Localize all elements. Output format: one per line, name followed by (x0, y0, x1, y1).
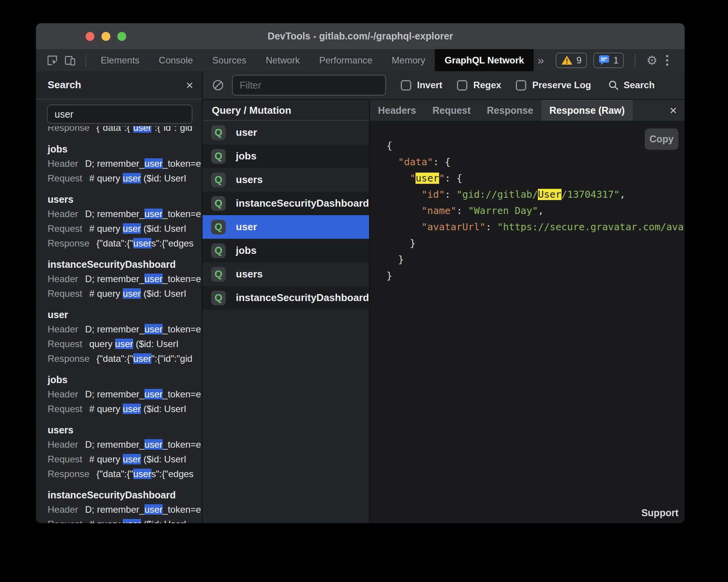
result-line-label: Header (48, 158, 78, 169)
checkbox-box-regex[interactable] (457, 80, 467, 91)
checkbox-invert[interactable]: Invert (401, 80, 442, 91)
search-result-line: Request# query user ($id: UserI (48, 402, 202, 416)
result-line-label: Header (48, 209, 78, 219)
tab-console[interactable]: Console (149, 49, 203, 71)
result-line-value: D; remember_user_token=e (85, 439, 201, 450)
main-area: Search × Response{"data":{"user":{"id":"… (36, 71, 685, 523)
result-line-label: Request (48, 288, 82, 299)
result-line-label: Request (48, 339, 82, 349)
search-result-group[interactable]: instanceSecurityDashboardHeaderD; rememb… (48, 488, 202, 523)
network-area: InvertRegexPreserve Log Search Query / M… (203, 71, 685, 523)
json-line: "name": "Warren Day", (386, 203, 685, 219)
checkbox-label-invert: Invert (417, 80, 442, 91)
query-item-label: instanceSecurityDashboard (236, 292, 369, 304)
tab-performance[interactable]: Performance (309, 49, 382, 71)
issues-badge[interactable]: 1 (593, 53, 624, 68)
search-result-line: HeaderD; remember_user_token=e (48, 272, 202, 286)
minimize-window-button[interactable] (101, 32, 110, 41)
zoom-window-button[interactable] (117, 32, 126, 41)
device-toolbar-icon[interactable] (63, 53, 77, 67)
tab-elements[interactable]: Elements (91, 49, 149, 71)
warning-triangle-icon (561, 55, 573, 65)
close-window-button[interactable] (86, 32, 94, 41)
devtools-window: DevTools - gitlab.com/-/graphql-explorer… (36, 23, 685, 523)
query-item-label: user (236, 221, 257, 233)
support-link[interactable]: Support (641, 507, 678, 519)
search-result-line: Response{"data":{"user":{"id":"gid (48, 351, 202, 366)
tab-network[interactable]: Network (256, 49, 309, 71)
split-row: Query / Mutation QuserQjobsQusersQinstan… (203, 100, 685, 523)
query-item-label: instanceSecurityDashboard (236, 197, 369, 209)
search-panel-header: Search × (36, 71, 202, 99)
response-tab-headers[interactable]: Headers (370, 100, 424, 121)
window-title: DevTools - gitlab.com/-/graphql-explorer (36, 23, 685, 49)
query-item-label: jobs (236, 150, 256, 162)
json-line: "data": { (386, 154, 685, 170)
panel-tabs: ElementsConsoleSourcesNetworkPerformance… (91, 49, 534, 71)
search-result-line: Response{"data":{"users":{"edges (48, 467, 202, 481)
query-list-item-user[interactable]: Quser (203, 215, 369, 239)
search-result-group[interactable]: usersHeaderD; remember_user_token=eReque… (48, 423, 202, 481)
checkbox-box-preserve-log[interactable] (516, 80, 526, 91)
clear-icon[interactable] (212, 79, 224, 91)
result-line-label: Header (48, 389, 78, 399)
tab-memory[interactable]: Memory (382, 49, 435, 71)
search-result-group[interactable]: jobsHeaderD; remember_user_token=eReques… (48, 372, 202, 416)
result-line-value: {"data":{"users":{"edges (96, 238, 194, 248)
result-line-value: D; remember_user_token=e (85, 324, 201, 334)
search-input[interactable] (47, 104, 192, 124)
search-result-line: HeaderD; remember_user_token=e (48, 502, 202, 517)
tab-sources[interactable]: Sources (203, 49, 256, 71)
result-line-label: Response (48, 353, 89, 364)
query-list-item-instancesecuritydashboard[interactable]: QinstanceSecurityDashboard (203, 192, 369, 215)
response-tabs: HeadersRequestResponseResponse (Raw)× (370, 100, 685, 121)
response-tab-response[interactable]: Response (479, 100, 541, 121)
result-line-value: D; remember_user_token=e (85, 209, 201, 219)
checkbox-regex[interactable]: Regex (457, 80, 501, 91)
checkbox-box-invert[interactable] (401, 80, 411, 91)
json-line: } (386, 268, 685, 284)
query-list-panel: Query / Mutation QuserQjobsQusersQinstan… (203, 100, 370, 523)
query-type-badge: Q (211, 125, 226, 140)
settings-gear-icon[interactable]: ⚙ (646, 54, 658, 67)
response-panel: HeadersRequestResponseResponse (Raw)× { … (370, 100, 685, 523)
query-item-label: jobs (236, 245, 256, 257)
more-tabs-chevron-icon[interactable]: » (537, 54, 544, 67)
search-result-line: Response{"data":{"users":{"edges (48, 236, 202, 251)
response-tab-response-raw[interactable]: Response (Raw) (541, 100, 633, 121)
result-line-label: Request (48, 519, 82, 523)
query-list-item-users[interactable]: Qusers (203, 168, 369, 192)
query-list-item-jobs[interactable]: Qjobs (203, 239, 369, 262)
tab-graphql-network[interactable]: GraphQL Network (435, 49, 534, 71)
query-list-item-users[interactable]: Qusers (203, 262, 369, 286)
warnings-badge[interactable]: 9 (556, 53, 587, 68)
search-result-line: Response{"data":{"user":{"id":"gid (48, 126, 202, 135)
response-body: { "data": { "user": { "id": "gid://gitla… (370, 121, 685, 523)
inspect-element-icon[interactable] (45, 53, 59, 67)
search-result-group[interactable]: jobsHeaderD; remember_user_token=eReques… (48, 142, 202, 186)
search-result-group[interactable]: usersHeaderD; remember_user_token=eReque… (48, 192, 202, 251)
search-result-group[interactable]: instanceSecurityDashboardHeaderD; rememb… (48, 257, 202, 301)
title-bar: DevTools - gitlab.com/-/graphql-explorer (36, 23, 685, 49)
result-line-value: # query user ($id: UserI (89, 223, 186, 234)
json-line: } (386, 252, 685, 268)
search-result-group[interactable]: userHeaderD; remember_user_token=eReques… (48, 307, 202, 366)
close-details-icon[interactable]: × (670, 104, 677, 116)
devtools-tabbar: ElementsConsoleSourcesNetworkPerformance… (36, 49, 685, 71)
response-tab-request[interactable]: Request (424, 100, 479, 121)
close-search-icon[interactable]: × (186, 79, 193, 91)
query-type-badge: Q (211, 243, 226, 258)
network-toolbar: InvertRegexPreserve Log Search (203, 71, 685, 100)
result-line-label: Header (48, 439, 78, 450)
filter-input[interactable] (232, 75, 386, 96)
query-list-item-user[interactable]: Quser (203, 121, 369, 144)
query-list-item-jobs[interactable]: Qjobs (203, 144, 369, 168)
checkbox-preserve-log[interactable]: Preserve Log (516, 80, 591, 91)
result-group-title: users (48, 192, 202, 207)
toolbar-search-button[interactable]: Search (608, 80, 654, 91)
copy-button[interactable]: Copy (645, 128, 678, 150)
kebab-menu-icon[interactable] (664, 55, 671, 66)
result-group-title: user (48, 307, 202, 322)
query-list-item-instancesecuritydashboard[interactable]: QinstanceSecurityDashboard (203, 286, 369, 310)
tabbar-separator (86, 54, 86, 67)
